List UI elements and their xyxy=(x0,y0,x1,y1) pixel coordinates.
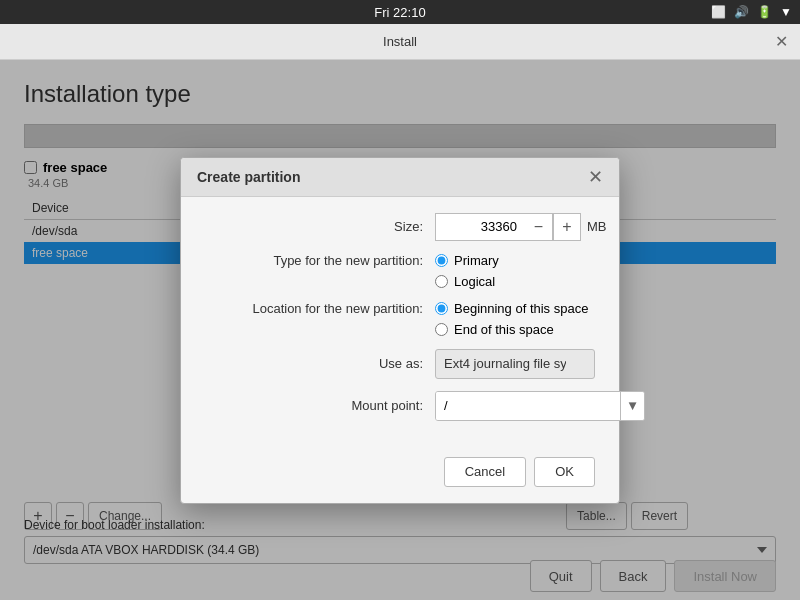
partition-type-label: Type for the new partition: xyxy=(205,253,435,268)
dialog-body: Size: − + MB Type for the new partition: xyxy=(181,197,619,449)
location-row: Location for the new partition: Beginnin… xyxy=(205,301,595,337)
radio-beginning[interactable]: Beginning of this space xyxy=(435,301,595,316)
size-decrement-button[interactable]: − xyxy=(525,213,553,241)
radio-primary-label: Primary xyxy=(454,253,499,268)
modal-overlay: Create partition ✕ Size: − + MB xyxy=(0,60,800,600)
location-control: Beginning of this space End of this spac… xyxy=(435,301,595,337)
topbar: Fri 22:10 ⬜ 🔊 🔋 ▼ xyxy=(0,0,800,24)
window-title: Install xyxy=(383,34,417,49)
radio-logical[interactable]: Logical xyxy=(435,274,595,289)
dialog-cancel-button[interactable]: Cancel xyxy=(444,457,526,487)
window-close-button[interactable]: ✕ xyxy=(775,34,788,50)
dialog-header: Create partition ✕ xyxy=(181,158,619,197)
use-as-label: Use as: xyxy=(205,356,435,371)
radio-primary-input[interactable] xyxy=(435,254,448,267)
window-chrome: Install ✕ xyxy=(0,24,800,60)
size-input[interactable] xyxy=(435,213,525,241)
mount-point-row: Mount point: ▼ xyxy=(205,391,595,421)
dialog-close-button[interactable]: ✕ xyxy=(588,168,603,186)
radio-end-label: End of this space xyxy=(454,322,554,337)
menu-icon: ▼ xyxy=(780,5,792,19)
mount-point-dropdown-button[interactable]: ▼ xyxy=(620,392,644,420)
radio-end[interactable]: End of this space xyxy=(435,322,595,337)
size-increment-button[interactable]: + xyxy=(553,213,581,241)
main-content: Installation type free space 34.4 GB Dev… xyxy=(0,60,800,600)
radio-logical-label: Logical xyxy=(454,274,495,289)
size-input-group: − + MB xyxy=(435,213,607,241)
battery-icon: 🔋 xyxy=(757,5,772,19)
partition-type-control: Primary Logical xyxy=(435,253,595,289)
topbar-icons: ⬜ 🔊 🔋 ▼ xyxy=(711,5,792,19)
use-as-row: Use as: Ext4 journaling file system xyxy=(205,349,595,379)
dialog-buttons: Cancel OK xyxy=(181,449,619,503)
dialog-title: Create partition xyxy=(197,169,300,185)
display-icon: ⬜ xyxy=(711,5,726,19)
mount-point-label: Mount point: xyxy=(205,398,435,413)
size-unit: MB xyxy=(587,219,607,234)
partition-type-row: Type for the new partition: Primary Logi… xyxy=(205,253,595,289)
mount-point-control: ▼ xyxy=(435,391,645,421)
topbar-time: Fri 22:10 xyxy=(374,5,425,20)
radio-primary[interactable]: Primary xyxy=(435,253,595,268)
use-as-control: Ext4 journaling file system xyxy=(435,349,595,379)
mount-input-group: ▼ xyxy=(435,391,645,421)
radio-logical-input[interactable] xyxy=(435,275,448,288)
mount-point-input[interactable] xyxy=(436,392,620,420)
volume-icon: 🔊 xyxy=(734,5,749,19)
location-label: Location for the new partition: xyxy=(205,301,435,316)
radio-beginning-label: Beginning of this space xyxy=(454,301,588,316)
size-label: Size: xyxy=(205,219,435,234)
radio-end-input[interactable] xyxy=(435,323,448,336)
size-row: Size: − + MB xyxy=(205,213,595,241)
size-control: − + MB xyxy=(435,213,607,241)
dialog-ok-button[interactable]: OK xyxy=(534,457,595,487)
radio-beginning-input[interactable] xyxy=(435,302,448,315)
create-partition-dialog: Create partition ✕ Size: − + MB xyxy=(180,157,620,504)
use-as-select[interactable]: Ext4 journaling file system xyxy=(435,349,595,379)
